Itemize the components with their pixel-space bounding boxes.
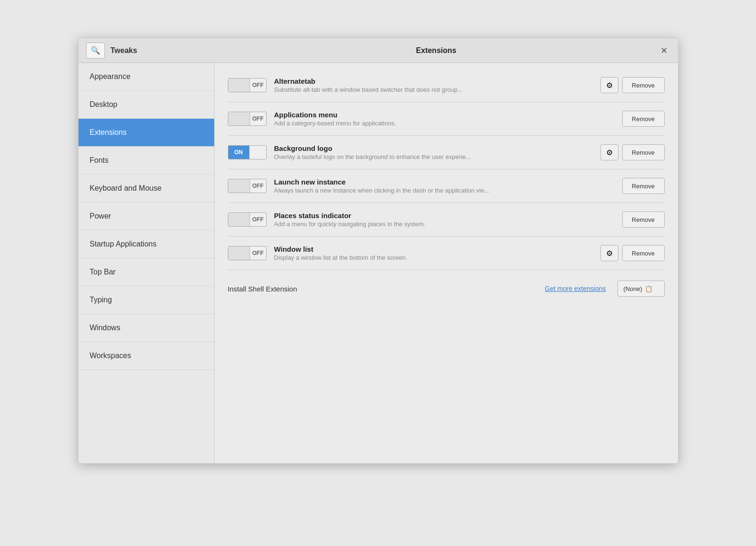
none-button[interactable]: (None) 📋 — [617, 281, 665, 297]
toggle-places-status-indicator[interactable]: OFF — [228, 212, 267, 227]
extension-row-launch-new-instance: OFF Launch new instance Always launch a … — [228, 169, 665, 203]
toggle-label-launch-new-instance: OFF — [250, 183, 266, 189]
sidebar-item-extensions[interactable]: Extensions — [78, 119, 214, 147]
ext-name-places-status-indicator: Places status indicator — [274, 211, 615, 220]
ext-desc-places-status-indicator: Add a menu for quickly navigating places… — [274, 220, 615, 228]
extension-row-window-list: OFF Window list Display a window list at… — [228, 237, 665, 270]
get-more-link[interactable]: Get more extensions — [303, 285, 606, 292]
none-label: (None) — [624, 285, 643, 292]
gear-icon-window-list: ⚙ — [606, 249, 613, 258]
remove-button-applications-menu[interactable]: Remove — [622, 111, 665, 127]
toggle-label-applications-menu: OFF — [250, 115, 266, 122]
sidebar: Appearance Desktop Extensions Fonts Keyb… — [78, 63, 215, 463]
remove-button-background-logo[interactable]: Remove — [622, 144, 665, 160]
ext-info-applications-menu: Applications menu Add a category-based m… — [274, 111, 615, 127]
ext-name-alternatetab: Alternatetab — [274, 77, 593, 85]
main-panel: OFF Alternatetab Substitute alt-tab with… — [215, 63, 678, 463]
ext-name-background-logo: Background logo — [274, 144, 593, 152]
file-icon: 📋 — [645, 285, 652, 292]
ext-info-background-logo: Background logo Overlay a tasteful logo … — [274, 144, 593, 160]
sidebar-item-desktop[interactable]: Desktop — [78, 91, 214, 119]
sidebar-item-keyboard-mouse[interactable]: Keyboard and Mouse — [78, 175, 214, 203]
sidebar-item-workspaces[interactable]: Workspaces — [78, 342, 214, 370]
sidebar-item-appearance[interactable]: Appearance — [78, 63, 214, 91]
extension-row-alternatetab: OFF Alternatetab Substitute alt-tab with… — [228, 69, 665, 102]
toggle-window-list[interactable]: OFF — [228, 246, 267, 260]
ext-info-alternatetab: Alternatetab Substitute alt-tab with a w… — [274, 77, 593, 93]
toggle-label-window-list: OFF — [250, 250, 266, 256]
gear-button-background-logo[interactable]: ⚙ — [600, 144, 618, 160]
ext-name-launch-new-instance: Launch new instance — [274, 178, 615, 186]
toggle-label-background-logo: ON — [228, 146, 249, 159]
search-icon: 🔍 — [91, 46, 100, 55]
ext-info-launch-new-instance: Launch new instance Always launch a new … — [274, 178, 615, 194]
ext-desc-alternatetab: Substitute alt-tab with a window based s… — [274, 86, 593, 93]
install-label: Install Shell Extension — [228, 285, 297, 293]
gear-icon-background-logo: ⚙ — [606, 148, 613, 157]
remove-button-window-list[interactable]: Remove — [622, 245, 665, 261]
close-button[interactable]: ✕ — [658, 44, 670, 57]
app-title: Tweaks — [111, 46, 215, 55]
sidebar-item-typing[interactable]: Typing — [78, 286, 214, 314]
extension-row-places-status-indicator: OFF Places status indicator Add a menu f… — [228, 203, 665, 237]
ext-name-window-list: Window list — [274, 245, 593, 253]
toggle-label-alternatetab: OFF — [250, 82, 266, 88]
gear-button-alternatetab[interactable]: ⚙ — [600, 77, 618, 93]
remove-button-launch-new-instance[interactable]: Remove — [622, 178, 665, 194]
toggle-launch-new-instance[interactable]: OFF — [228, 179, 267, 193]
toggle-label-places-status-indicator: OFF — [250, 216, 266, 223]
ext-actions-window-list: ⚙ Remove — [600, 245, 665, 261]
ext-name-applications-menu: Applications menu — [274, 111, 615, 119]
toggle-alternatetab[interactable]: OFF — [228, 78, 267, 92]
search-button[interactable]: 🔍 — [86, 43, 105, 59]
extension-row-background-logo: ON Background logo Overlay a tasteful lo… — [228, 136, 665, 169]
ext-info-window-list: Window list Display a window list at the… — [274, 245, 593, 261]
ext-info-places-status-indicator: Places status indicator Add a menu for q… — [274, 211, 615, 228]
remove-button-alternatetab[interactable]: Remove — [622, 77, 665, 93]
ext-desc-applications-menu: Add a category-based menu for applicatio… — [274, 120, 615, 127]
toggle-background-logo[interactable]: ON — [228, 145, 267, 159]
ext-actions-launch-new-instance: Remove — [622, 178, 665, 194]
ext-actions-alternatetab: ⚙ Remove — [600, 77, 665, 93]
toggle-applications-menu[interactable]: OFF — [228, 112, 267, 126]
gear-button-window-list[interactable]: ⚙ — [600, 245, 618, 261]
app-window: 🔍 Tweaks Extensions ✕ Appearance Desktop… — [78, 38, 678, 464]
sidebar-item-power[interactable]: Power — [78, 203, 214, 230]
sidebar-item-windows[interactable]: Windows — [78, 314, 214, 342]
ext-actions-background-logo: ⚙ Remove — [600, 144, 665, 160]
sidebar-item-top-bar[interactable]: Top Bar — [78, 258, 214, 286]
ext-desc-window-list: Display a window list at the bottom of t… — [274, 254, 593, 261]
sidebar-item-startup-applications[interactable]: Startup Applications — [78, 230, 214, 258]
gear-icon-alternatetab: ⚙ — [606, 81, 613, 90]
ext-desc-background-logo: Overlay a tasteful logo on the backgroun… — [274, 153, 593, 160]
ext-desc-launch-new-instance: Always launch a new instance when clicki… — [274, 187, 615, 194]
install-row: Install Shell Extension Get more extensi… — [228, 270, 665, 297]
titlebar: 🔍 Tweaks Extensions ✕ — [78, 38, 678, 63]
ext-actions-places-status-indicator: Remove — [622, 211, 665, 228]
ext-actions-applications-menu: Remove — [622, 111, 665, 127]
panel-title: Extensions — [215, 46, 658, 55]
content-area: Appearance Desktop Extensions Fonts Keyb… — [78, 63, 678, 463]
extension-row-applications-menu: OFF Applications menu Add a category-bas… — [228, 102, 665, 136]
sidebar-item-fonts[interactable]: Fonts — [78, 147, 214, 175]
remove-button-places-status-indicator[interactable]: Remove — [622, 211, 665, 228]
